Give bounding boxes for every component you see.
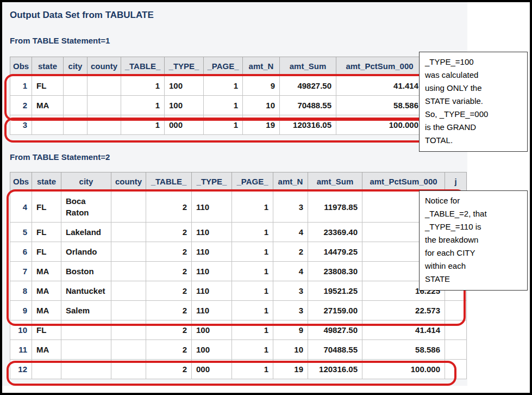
table-cell: 1 bbox=[204, 76, 243, 96]
table-row: 4FLBoca Raton21101311978.85 bbox=[10, 192, 467, 223]
table-row: 5FLLakeland21101423369.40 bbox=[10, 223, 467, 242]
table-cell: 23808.30 bbox=[308, 262, 362, 281]
table-cell bbox=[111, 301, 146, 320]
table-cell: 100 bbox=[165, 76, 204, 96]
table-cell bbox=[445, 320, 467, 340]
table-cell bbox=[111, 242, 146, 262]
column-header: amt_N bbox=[243, 57, 280, 76]
table-cell: 110 bbox=[192, 301, 232, 320]
table-cell: 1 bbox=[121, 76, 165, 96]
table-cell: 19521.25 bbox=[308, 281, 362, 301]
table-cell: 22.573 bbox=[362, 301, 445, 320]
table-cell: FL bbox=[32, 320, 61, 340]
table-cell: Boca Raton bbox=[61, 192, 111, 223]
table-cell: MA bbox=[32, 96, 64, 115]
table-row: 122000119120316.05100.000 bbox=[10, 360, 467, 379]
table-cell: 10 bbox=[10, 320, 32, 340]
column-header: _TYPE_ bbox=[165, 57, 204, 76]
column-header: _PAGE_ bbox=[204, 57, 243, 76]
table-cell: 2 bbox=[146, 242, 192, 262]
table-cell bbox=[61, 340, 111, 360]
table-cell: FL bbox=[32, 192, 61, 223]
table-cell: 11978.85 bbox=[308, 192, 362, 223]
column-header: j bbox=[445, 172, 467, 192]
table-cell bbox=[64, 115, 87, 135]
column-header: amt_PctSum_000 bbox=[336, 57, 423, 76]
table-cell bbox=[445, 301, 467, 320]
table-cell: 3 bbox=[273, 192, 308, 223]
table-cell: 49827.50 bbox=[308, 320, 362, 340]
table-cell: 19 bbox=[273, 360, 308, 379]
table-cell bbox=[61, 360, 111, 379]
table-cell: 1 bbox=[232, 242, 273, 262]
table-cell: 120316.05 bbox=[308, 360, 362, 379]
table-cell: 1 bbox=[232, 223, 273, 242]
table-cell: 1 bbox=[121, 115, 165, 135]
table-cell: 2 bbox=[273, 242, 308, 262]
table-cell bbox=[111, 320, 146, 340]
table-cell: 110 bbox=[192, 242, 232, 262]
table-cell: 1 bbox=[232, 192, 273, 223]
table-cell: 1 bbox=[232, 320, 273, 340]
column-header: state bbox=[32, 172, 61, 192]
table-cell: 70488.55 bbox=[308, 340, 362, 360]
table-cell: 1 bbox=[232, 360, 273, 379]
column-header: amt_N bbox=[273, 172, 308, 192]
table-cell bbox=[87, 115, 121, 135]
table-cell: 11 bbox=[10, 340, 32, 360]
column-header: _TABLE_ bbox=[146, 172, 192, 192]
table-cell bbox=[87, 96, 121, 115]
table-cell: 10 bbox=[273, 340, 308, 360]
table-cell: 1 bbox=[121, 96, 165, 115]
table-cell: 1 bbox=[232, 281, 273, 301]
column-header: _TABLE_ bbox=[121, 57, 165, 76]
table-cell: MA bbox=[32, 340, 61, 360]
table-cell: 12 bbox=[10, 360, 32, 379]
column-header: county bbox=[111, 172, 146, 192]
table-cell: 1 bbox=[232, 301, 273, 320]
table-row: 8MANantucket21101319521.2516.225 bbox=[10, 281, 467, 301]
table-cell: 8 bbox=[10, 281, 32, 301]
table-cell bbox=[111, 192, 146, 223]
table-cell: FL bbox=[32, 223, 61, 242]
section-1-label: From TABLE Statement=1 bbox=[10, 36, 110, 45]
table-cell bbox=[32, 115, 64, 135]
column-header: county bbox=[87, 57, 121, 76]
table-cell: MA bbox=[32, 281, 61, 301]
table-cell bbox=[111, 262, 146, 281]
table-cell: 3 bbox=[273, 281, 308, 301]
header-row: Obsstatecitycounty_TABLE__TYPE__PAGE_amt… bbox=[10, 57, 423, 76]
column-header: amt_PctSum_000 bbox=[362, 172, 445, 192]
column-header: Obs bbox=[10, 172, 32, 192]
table-row: 11MA210011070488.5558.586 bbox=[10, 340, 467, 360]
table-cell: 1 bbox=[204, 96, 243, 115]
column-header: city bbox=[64, 57, 87, 76]
column-header: amt_Sum bbox=[308, 172, 362, 192]
table-cell: Nantucket bbox=[61, 281, 111, 301]
table-cell: 4 bbox=[273, 262, 308, 281]
table-row: 1FL11001949827.5041.414 bbox=[10, 76, 423, 96]
column-header: Obs bbox=[10, 57, 32, 76]
table-row: 10FL21001949827.5041.414 bbox=[10, 320, 467, 340]
table-cell: 000 bbox=[192, 360, 232, 379]
column-header: _TYPE_ bbox=[192, 172, 232, 192]
table-cell: 7 bbox=[10, 262, 32, 281]
table-cell: 2 bbox=[146, 281, 192, 301]
table-cell: 2 bbox=[146, 320, 192, 340]
table-row: 9MASalem21101327159.0022.573 bbox=[10, 301, 467, 320]
table-cell: FL bbox=[32, 242, 61, 262]
table-cell: 110 bbox=[192, 223, 232, 242]
table-cell: 2 bbox=[146, 262, 192, 281]
table-cell: 1 bbox=[204, 115, 243, 135]
section-2-label: From TABLE Statement=2 bbox=[10, 152, 110, 162]
table-cell bbox=[445, 360, 467, 379]
table-cell: 2 bbox=[10, 96, 32, 115]
table-cell: 19 bbox=[243, 115, 280, 135]
table-cell: 10 bbox=[243, 96, 280, 115]
header-row: Obsstatecitycounty_TABLE__TYPE__PAGE_amt… bbox=[10, 172, 467, 192]
table-cell bbox=[64, 96, 87, 115]
table-cell: 120316.05 bbox=[280, 115, 336, 135]
table-cell bbox=[111, 281, 146, 301]
table-cell bbox=[64, 76, 87, 96]
column-header: city bbox=[61, 172, 111, 192]
